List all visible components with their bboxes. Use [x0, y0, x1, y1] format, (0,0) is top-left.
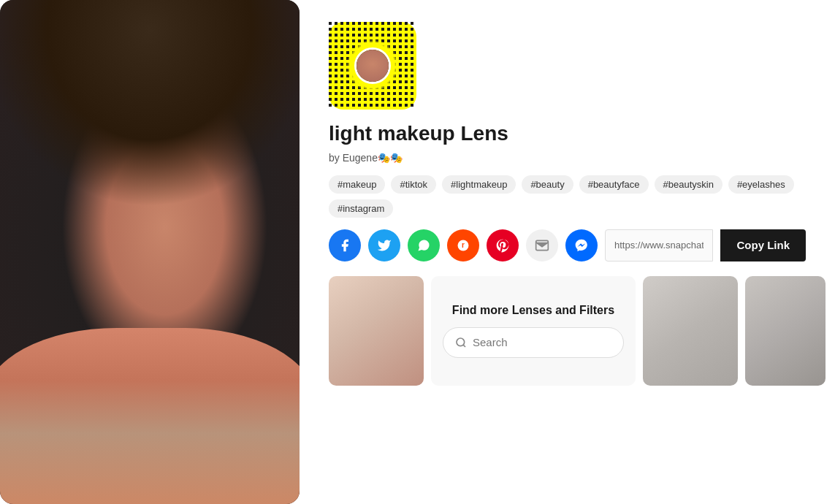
tag-beautyskin[interactable]: #beautyskin — [655, 175, 722, 194]
search-box — [443, 327, 624, 358]
tag-instagram[interactable]: #instagram — [329, 199, 393, 218]
tag-beautyface[interactable]: #beautyface — [579, 175, 649, 194]
tags-row: #makeup #tiktok #lightmakeup #beauty #be… — [329, 175, 806, 218]
preview-thumb-4 — [745, 276, 826, 386]
share-row: r Copy Link — [329, 229, 806, 261]
copy-link-button[interactable]: Copy Link — [720, 229, 806, 261]
tag-eyelashes[interactable]: #eyelashes — [728, 175, 794, 194]
lens-title: light makeup Lens — [329, 121, 806, 146]
link-input[interactable] — [605, 229, 713, 261]
facebook-share-button[interactable] — [329, 229, 361, 261]
tag-beauty[interactable]: #beauty — [522, 175, 573, 194]
tag-makeup[interactable]: #makeup — [329, 175, 385, 194]
find-more-card: Find more Lenses and Filters — [431, 276, 636, 386]
messenger-share-button[interactable] — [565, 229, 598, 261]
preview-row: Find more Lenses and Filters — [329, 276, 806, 386]
profile-photo-panel — [0, 0, 300, 504]
search-input[interactable] — [473, 336, 611, 348]
svg-point-3 — [457, 338, 465, 346]
whatsapp-share-button[interactable] — [408, 229, 440, 261]
lens-author: by Eugene🎭🎭 — [329, 152, 806, 164]
search-icon — [455, 337, 467, 348]
svg-text:r: r — [462, 241, 465, 249]
email-share-button[interactable] — [526, 229, 558, 261]
tag-tiktok[interactable]: #tiktok — [391, 175, 436, 194]
twitter-share-button[interactable] — [368, 229, 400, 261]
lens-info-panel: light makeup Lens by Eugene🎭🎭 #makeup #t… — [300, 0, 835, 504]
snapcode — [329, 22, 416, 110]
preview-thumb-1 — [329, 276, 424, 386]
profile-photo — [0, 0, 300, 504]
snapcode-avatar — [354, 47, 391, 84]
pinterest-share-button[interactable] — [487, 229, 519, 261]
find-more-title: Find more Lenses and Filters — [452, 304, 614, 317]
preview-thumb-3 — [643, 276, 738, 386]
tag-lightmakeup[interactable]: #lightmakeup — [442, 175, 516, 194]
reddit-share-button[interactable]: r — [447, 229, 479, 261]
